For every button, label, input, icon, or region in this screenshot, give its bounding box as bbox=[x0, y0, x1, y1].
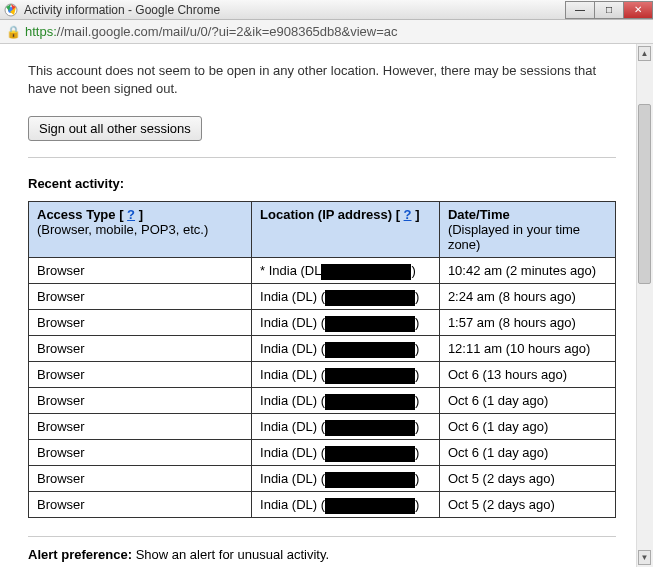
cell-location: India (DL) () bbox=[252, 336, 440, 362]
scroll-up-icon[interactable]: ▲ bbox=[638, 46, 651, 61]
address-bar[interactable]: 🔒 https://mail.google.com/mail/u/0/?ui=2… bbox=[0, 20, 653, 44]
maximize-button[interactable]: □ bbox=[594, 1, 624, 19]
redacted-block bbox=[325, 342, 415, 358]
cell-datetime: Oct 6 (1 day ago) bbox=[439, 414, 615, 440]
section-title: Recent activity: bbox=[28, 176, 616, 191]
cell-location: India (DL) () bbox=[252, 284, 440, 310]
scrollbar[interactable]: ▲ ▼ bbox=[636, 44, 653, 567]
minimize-button[interactable]: — bbox=[565, 1, 595, 19]
cell-datetime: Oct 5 (2 days ago) bbox=[439, 492, 615, 518]
cell-location: India (DL) () bbox=[252, 492, 440, 518]
cell-datetime: Oct 5 (2 days ago) bbox=[439, 466, 615, 492]
table-row: BrowserIndia (DL) ()Oct 5 (2 days ago) bbox=[29, 492, 616, 518]
cell-location: India (DL) () bbox=[252, 440, 440, 466]
table-row: Browser* India (DL)10:42 am (2 minutes a… bbox=[29, 258, 616, 284]
alert-text: Show an alert for unusual activity. bbox=[136, 547, 329, 562]
redacted-block bbox=[325, 368, 415, 384]
window-title: Activity information - Google Chrome bbox=[24, 3, 220, 17]
redacted-block bbox=[325, 420, 415, 436]
redacted-block bbox=[325, 446, 415, 462]
th-datetime-title: Date/Time bbox=[448, 207, 510, 222]
location-help-link[interactable]: ? bbox=[404, 207, 412, 222]
cell-access: Browser bbox=[29, 388, 252, 414]
alert-preference: Alert preference: Show an alert for unus… bbox=[28, 547, 616, 562]
activity-table: Access Type [ ? ] (Browser, mobile, POP3… bbox=[28, 201, 616, 518]
signout-button[interactable]: Sign out all other sessions bbox=[28, 116, 202, 141]
cell-datetime: 2:24 am (8 hours ago) bbox=[439, 284, 615, 310]
page-content: This account does not seem to be open in… bbox=[0, 44, 653, 567]
table-row: BrowserIndia (DL) ()1:57 am (8 hours ago… bbox=[29, 310, 616, 336]
cell-access: Browser bbox=[29, 492, 252, 518]
cell-location: India (DL) () bbox=[252, 414, 440, 440]
cell-access: Browser bbox=[29, 414, 252, 440]
cell-access: Browser bbox=[29, 258, 252, 284]
cell-datetime: Oct 6 (1 day ago) bbox=[439, 388, 615, 414]
cell-access: Browser bbox=[29, 310, 252, 336]
cell-access: Browser bbox=[29, 362, 252, 388]
table-row: BrowserIndia (DL) ()Oct 6 (1 day ago) bbox=[29, 414, 616, 440]
scrollbar-thumb[interactable] bbox=[638, 104, 651, 284]
redacted-block bbox=[325, 472, 415, 488]
cell-access: Browser bbox=[29, 466, 252, 492]
cell-location: India (DL) () bbox=[252, 310, 440, 336]
cell-location: India (DL) () bbox=[252, 466, 440, 492]
table-row: BrowserIndia (DL) ()Oct 5 (2 days ago) bbox=[29, 466, 616, 492]
th-access: Access Type [ ? ] (Browser, mobile, POP3… bbox=[29, 202, 252, 258]
divider-2 bbox=[28, 536, 616, 537]
divider bbox=[28, 157, 616, 158]
th-datetime: Date/Time (Displayed in your time zone) bbox=[439, 202, 615, 258]
cell-access: Browser bbox=[29, 336, 252, 362]
window-controls: — □ ✕ bbox=[566, 1, 653, 19]
table-row: BrowserIndia (DL) ()2:24 am (8 hours ago… bbox=[29, 284, 616, 310]
cell-location: India (DL) () bbox=[252, 362, 440, 388]
table-row: BrowserIndia (DL) ()Oct 6 (1 day ago) bbox=[29, 440, 616, 466]
cell-datetime: Oct 6 (13 hours ago) bbox=[439, 362, 615, 388]
close-button[interactable]: ✕ bbox=[623, 1, 653, 19]
th-location: Location (IP address) [ ? ] bbox=[252, 202, 440, 258]
cell-location: India (DL) () bbox=[252, 388, 440, 414]
redacted-block bbox=[325, 394, 415, 410]
th-location-title: Location (IP address) bbox=[260, 207, 392, 222]
cell-access: Browser bbox=[29, 440, 252, 466]
cell-datetime: 1:57 am (8 hours ago) bbox=[439, 310, 615, 336]
url-scheme: https: bbox=[25, 24, 57, 39]
th-access-sub: (Browser, mobile, POP3, etc.) bbox=[37, 222, 243, 237]
window-titlebar: Activity information - Google Chrome — □… bbox=[0, 0, 653, 20]
th-access-title: Access Type bbox=[37, 207, 116, 222]
cell-datetime: 10:42 am (2 minutes ago) bbox=[439, 258, 615, 284]
redacted-block bbox=[325, 498, 415, 514]
chrome-icon bbox=[4, 3, 18, 17]
access-help-link[interactable]: ? bbox=[127, 207, 135, 222]
redacted-block bbox=[325, 316, 415, 332]
scroll-down-icon[interactable]: ▼ bbox=[638, 550, 651, 565]
cell-access: Browser bbox=[29, 284, 252, 310]
intro-text: This account does not seem to be open in… bbox=[28, 62, 616, 98]
redacted-block bbox=[321, 264, 411, 280]
url-path: //mail.google.com/mail/u/0/?ui=2&ik=e908… bbox=[57, 24, 398, 39]
table-row: BrowserIndia (DL) ()Oct 6 (13 hours ago) bbox=[29, 362, 616, 388]
table-row: BrowserIndia (DL) ()12:11 am (10 hours a… bbox=[29, 336, 616, 362]
table-row: BrowserIndia (DL) ()Oct 6 (1 day ago) bbox=[29, 388, 616, 414]
cell-location: * India (DL) bbox=[252, 258, 440, 284]
cell-datetime: Oct 6 (1 day ago) bbox=[439, 440, 615, 466]
lock-icon: 🔒 bbox=[6, 25, 21, 39]
redacted-block bbox=[325, 290, 415, 306]
cell-datetime: 12:11 am (10 hours ago) bbox=[439, 336, 615, 362]
th-datetime-sub: (Displayed in your time zone) bbox=[448, 222, 607, 252]
alert-label: Alert preference: bbox=[28, 547, 132, 562]
